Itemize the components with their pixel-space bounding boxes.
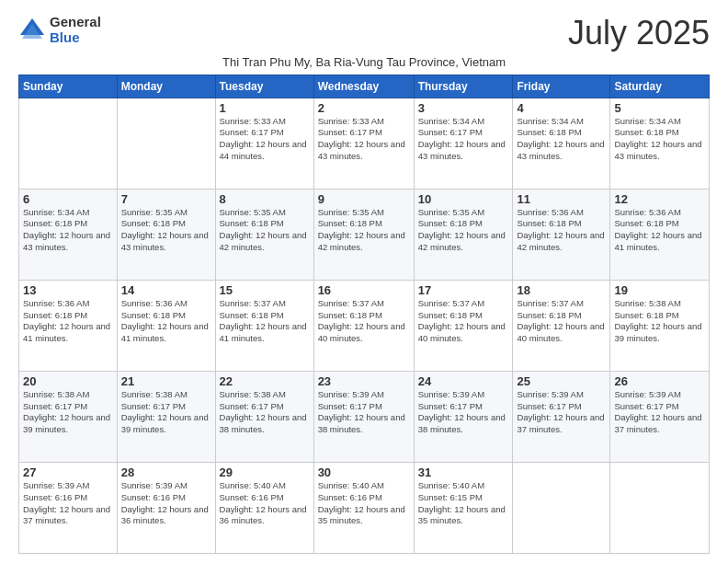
- day-number: 3: [418, 101, 509, 115]
- calendar-cell: [513, 462, 610, 553]
- month-title: July 2025: [568, 15, 710, 52]
- day-info: Sunrise: 5:35 AM Sunset: 6:18 PM Dayligh…: [121, 207, 211, 254]
- col-friday: Friday: [513, 75, 610, 98]
- calendar-cell: 24Sunrise: 5:39 AM Sunset: 6:17 PM Dayli…: [414, 371, 513, 462]
- calendar-cell: 17Sunrise: 5:37 AM Sunset: 6:18 PM Dayli…: [414, 280, 513, 371]
- logo-blue: Blue: [50, 30, 101, 46]
- day-info: Sunrise: 5:34 AM Sunset: 6:18 PM Dayligh…: [23, 207, 113, 254]
- day-number: 7: [121, 192, 211, 206]
- day-info: Sunrise: 5:36 AM Sunset: 6:18 PM Dayligh…: [517, 207, 606, 254]
- day-info: Sunrise: 5:35 AM Sunset: 6:18 PM Dayligh…: [418, 207, 509, 254]
- day-number: 1: [220, 101, 310, 115]
- calendar-cell: 31Sunrise: 5:40 AM Sunset: 6:15 PM Dayli…: [414, 462, 513, 553]
- day-number: 18: [517, 283, 606, 297]
- day-info: Sunrise: 5:37 AM Sunset: 6:18 PM Dayligh…: [418, 298, 509, 345]
- day-info: Sunrise: 5:36 AM Sunset: 6:18 PM Dayligh…: [614, 207, 705, 254]
- day-number: 10: [418, 192, 509, 206]
- calendar-cell: 19Sunrise: 5:38 AM Sunset: 6:18 PM Dayli…: [610, 280, 710, 371]
- calendar-cell: [610, 462, 710, 553]
- calendar-week-2: 6Sunrise: 5:34 AM Sunset: 6:18 PM Daylig…: [19, 189, 710, 280]
- calendar-cell: 29Sunrise: 5:40 AM Sunset: 6:16 PM Dayli…: [215, 462, 313, 553]
- subtitle: Thi Tran Phu My, Ba Ria-Vung Tau Provinc…: [18, 55, 710, 69]
- day-info: Sunrise: 5:34 AM Sunset: 6:18 PM Dayligh…: [614, 116, 705, 163]
- calendar-cell: 5Sunrise: 5:34 AM Sunset: 6:18 PM Daylig…: [610, 98, 710, 189]
- day-info: Sunrise: 5:40 AM Sunset: 6:16 PM Dayligh…: [318, 480, 410, 527]
- day-number: 12: [614, 192, 705, 206]
- col-saturday: Saturday: [610, 75, 710, 98]
- day-info: Sunrise: 5:39 AM Sunset: 6:16 PM Dayligh…: [23, 480, 113, 527]
- calendar-cell: 6Sunrise: 5:34 AM Sunset: 6:18 PM Daylig…: [19, 189, 118, 280]
- calendar-cell: 12Sunrise: 5:36 AM Sunset: 6:18 PM Dayli…: [610, 189, 710, 280]
- day-info: Sunrise: 5:37 AM Sunset: 6:18 PM Dayligh…: [220, 298, 310, 345]
- day-info: Sunrise: 5:38 AM Sunset: 6:18 PM Dayligh…: [614, 298, 705, 345]
- day-number: 29: [220, 465, 310, 479]
- day-number: 30: [318, 465, 410, 479]
- day-info: Sunrise: 5:39 AM Sunset: 6:17 PM Dayligh…: [418, 389, 509, 436]
- day-info: Sunrise: 5:34 AM Sunset: 6:18 PM Dayligh…: [517, 116, 606, 163]
- col-tuesday: Tuesday: [215, 75, 313, 98]
- calendar-cell: 1Sunrise: 5:33 AM Sunset: 6:17 PM Daylig…: [215, 98, 313, 189]
- day-info: Sunrise: 5:33 AM Sunset: 6:17 PM Dayligh…: [318, 116, 410, 163]
- calendar-cell: 7Sunrise: 5:35 AM Sunset: 6:18 PM Daylig…: [117, 189, 215, 280]
- col-monday: Monday: [117, 75, 215, 98]
- day-info: Sunrise: 5:36 AM Sunset: 6:18 PM Dayligh…: [121, 298, 211, 345]
- calendar-cell: 28Sunrise: 5:39 AM Sunset: 6:16 PM Dayli…: [117, 462, 215, 553]
- day-info: Sunrise: 5:40 AM Sunset: 6:16 PM Dayligh…: [220, 480, 310, 527]
- day-info: Sunrise: 5:34 AM Sunset: 6:17 PM Dayligh…: [418, 116, 509, 163]
- day-number: 24: [418, 374, 509, 388]
- day-number: 28: [121, 465, 211, 479]
- calendar-cell: 15Sunrise: 5:37 AM Sunset: 6:18 PM Dayli…: [215, 280, 313, 371]
- calendar-cell: [19, 98, 118, 189]
- day-info: Sunrise: 5:39 AM Sunset: 6:17 PM Dayligh…: [318, 389, 410, 436]
- col-thursday: Thursday: [414, 75, 513, 98]
- header: General Blue July 2025: [18, 15, 710, 52]
- calendar-page: General Blue July 2025 Thi Tran Phu My, …: [0, 0, 728, 563]
- day-number: 19: [614, 283, 705, 297]
- calendar-cell: 3Sunrise: 5:34 AM Sunset: 6:17 PM Daylig…: [414, 98, 513, 189]
- calendar-cell: 8Sunrise: 5:35 AM Sunset: 6:18 PM Daylig…: [215, 189, 313, 280]
- calendar-cell: 11Sunrise: 5:36 AM Sunset: 6:18 PM Dayli…: [513, 189, 610, 280]
- title-block: July 2025: [568, 15, 710, 52]
- day-info: Sunrise: 5:37 AM Sunset: 6:18 PM Dayligh…: [318, 298, 410, 345]
- logo-text: General Blue: [50, 15, 101, 45]
- logo-general: General: [50, 15, 101, 30]
- day-number: 8: [220, 192, 310, 206]
- calendar-cell: 27Sunrise: 5:39 AM Sunset: 6:16 PM Dayli…: [19, 462, 118, 553]
- calendar-week-1: 1Sunrise: 5:33 AM Sunset: 6:17 PM Daylig…: [19, 98, 710, 189]
- calendar-cell: [117, 98, 215, 189]
- day-number: 6: [23, 192, 113, 206]
- calendar-cell: 18Sunrise: 5:37 AM Sunset: 6:18 PM Dayli…: [513, 280, 610, 371]
- day-number: 4: [517, 101, 606, 115]
- calendar-cell: 30Sunrise: 5:40 AM Sunset: 6:16 PM Dayli…: [313, 462, 414, 553]
- day-info: Sunrise: 5:36 AM Sunset: 6:18 PM Dayligh…: [23, 298, 113, 345]
- day-number: 5: [614, 101, 705, 115]
- day-info: Sunrise: 5:39 AM Sunset: 6:17 PM Dayligh…: [517, 389, 606, 436]
- day-number: 9: [318, 192, 410, 206]
- day-info: Sunrise: 5:37 AM Sunset: 6:18 PM Dayligh…: [517, 298, 606, 345]
- day-number: 26: [614, 374, 705, 388]
- calendar-cell: 16Sunrise: 5:37 AM Sunset: 6:18 PM Dayli…: [313, 280, 414, 371]
- day-info: Sunrise: 5:39 AM Sunset: 6:17 PM Dayligh…: [614, 389, 705, 436]
- calendar-week-3: 13Sunrise: 5:36 AM Sunset: 6:18 PM Dayli…: [19, 280, 710, 371]
- day-number: 11: [517, 192, 606, 206]
- day-number: 15: [220, 283, 310, 297]
- col-sunday: Sunday: [19, 75, 118, 98]
- calendar-cell: 23Sunrise: 5:39 AM Sunset: 6:17 PM Dayli…: [313, 371, 414, 462]
- calendar-cell: 22Sunrise: 5:38 AM Sunset: 6:17 PM Dayli…: [215, 371, 313, 462]
- day-info: Sunrise: 5:38 AM Sunset: 6:17 PM Dayligh…: [121, 389, 211, 436]
- day-info: Sunrise: 5:35 AM Sunset: 6:18 PM Dayligh…: [220, 207, 310, 254]
- calendar-cell: 21Sunrise: 5:38 AM Sunset: 6:17 PM Dayli…: [117, 371, 215, 462]
- day-info: Sunrise: 5:38 AM Sunset: 6:17 PM Dayligh…: [23, 389, 113, 436]
- calendar-cell: 4Sunrise: 5:34 AM Sunset: 6:18 PM Daylig…: [513, 98, 610, 189]
- calendar-table: Sunday Monday Tuesday Wednesday Thursday…: [18, 75, 710, 554]
- day-number: 31: [418, 465, 509, 479]
- day-number: 13: [23, 283, 113, 297]
- day-info: Sunrise: 5:38 AM Sunset: 6:17 PM Dayligh…: [220, 389, 310, 436]
- day-info: Sunrise: 5:40 AM Sunset: 6:15 PM Dayligh…: [418, 480, 509, 527]
- calendar-week-4: 20Sunrise: 5:38 AM Sunset: 6:17 PM Dayli…: [19, 371, 710, 462]
- calendar-cell: 2Sunrise: 5:33 AM Sunset: 6:17 PM Daylig…: [313, 98, 414, 189]
- calendar-cell: 25Sunrise: 5:39 AM Sunset: 6:17 PM Dayli…: [513, 371, 610, 462]
- day-number: 17: [418, 283, 509, 297]
- day-info: Sunrise: 5:35 AM Sunset: 6:18 PM Dayligh…: [318, 207, 410, 254]
- day-info: Sunrise: 5:39 AM Sunset: 6:16 PM Dayligh…: [121, 480, 211, 527]
